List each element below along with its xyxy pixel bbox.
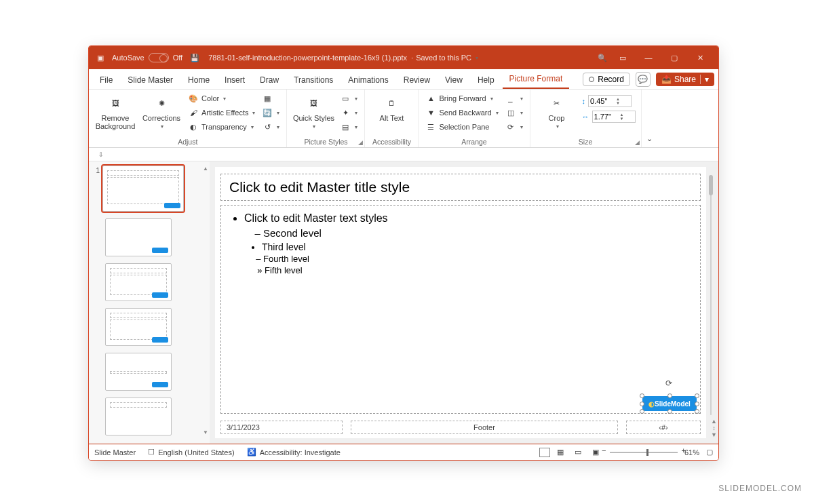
align-button[interactable]: ⎯▾: [504, 92, 524, 104]
bring-forward-button[interactable]: ▲Bring Forward▾: [424, 92, 499, 104]
change-picture-button[interactable]: 🔄▾: [260, 106, 281, 119]
group-label-size: Size: [536, 137, 636, 146]
resize-handle[interactable]: [640, 393, 644, 398]
footer-placeholder[interactable]: Footer: [351, 421, 618, 434]
dialog-launcher-icon[interactable]: ◢: [358, 139, 363, 146]
zoom-level[interactable]: 61%: [684, 448, 699, 457]
corrections-button[interactable]: ✺ Corrections▾: [140, 92, 182, 130]
tab-animations[interactable]: Animations: [341, 71, 395, 89]
document-title[interactable]: 7881-01-self-introduction-powerpoint-tem…: [208, 54, 407, 62]
workspace: 1: [89, 161, 718, 444]
zoom-slider[interactable]: [610, 452, 678, 453]
selection-pane-button[interactable]: ☰Selection Pane: [424, 121, 499, 133]
resize-handle[interactable]: [667, 409, 672, 414]
change-picture-icon: 🔄: [262, 107, 273, 118]
layout-thumb[interactable]: [105, 308, 172, 346]
tab-help[interactable]: Help: [471, 71, 501, 89]
tab-review[interactable]: Review: [397, 71, 437, 89]
master-slide-thumb[interactable]: [102, 166, 184, 212]
share-button[interactable]: 📤 Share▾: [656, 73, 714, 86]
title-placeholder[interactable]: Click to edit Master title style: [220, 174, 701, 201]
crop-button[interactable]: ✂ Crop▾: [536, 92, 578, 130]
slide-editor[interactable]: Click to edit Master title style Click t…: [210, 161, 718, 444]
minimize-button[interactable]: —: [636, 46, 661, 69]
thumbnail-scrollbar[interactable]: [201, 166, 210, 435]
tab-transitions[interactable]: Transitions: [287, 71, 340, 89]
resize-handle[interactable]: [695, 393, 699, 398]
rotation-handle-icon[interactable]: ⟳: [665, 379, 672, 388]
status-language[interactable]: ☐English (United States): [148, 448, 235, 457]
group-button[interactable]: ◫▾: [504, 106, 524, 119]
selected-picture[interactable]: ⟳ ◐ SlideModel: [642, 396, 697, 411]
reading-view-icon[interactable]: ▭: [575, 448, 585, 457]
transparency-button[interactable]: ◐Transparency▾: [187, 121, 256, 133]
comments-icon[interactable]: 💬: [636, 72, 651, 87]
picture-effects-button[interactable]: ✦▾: [338, 106, 359, 119]
slide-number-placeholder[interactable]: ‹#›: [626, 421, 701, 434]
tab-draw[interactable]: Draw: [253, 71, 286, 89]
layout-thumb[interactable]: [105, 218, 172, 256]
artistic-effects-button[interactable]: 🖌Artistic Effects▾: [187, 106, 256, 119]
body-placeholder[interactable]: Click to edit Master text styles Second …: [220, 205, 701, 414]
editor-scrollbar[interactable]: ▲↕▼: [709, 167, 717, 438]
picture-layout-button[interactable]: ▤▾: [338, 121, 359, 133]
layout-thumb[interactable]: [105, 398, 172, 435]
send-backward-button[interactable]: ▼Send Backward▾: [424, 106, 499, 119]
quick-styles-button[interactable]: 🖼 Quick Styles▾: [292, 92, 334, 130]
alt-text-button[interactable]: 🗒 Alt Text: [370, 92, 412, 122]
record-icon: [589, 77, 594, 82]
collapse-ribbon-button[interactable]: ⌄: [642, 90, 658, 147]
tab-insert[interactable]: Insert: [218, 71, 252, 89]
status-bar: Slide Master ☐English (United States) ♿A…: [89, 444, 718, 460]
color-button[interactable]: 🎨Color▾: [187, 92, 256, 104]
layout-thumb[interactable]: [105, 353, 172, 391]
date-placeholder[interactable]: 3/11/2023: [220, 421, 343, 434]
height-input[interactable]: ▲▼: [588, 95, 632, 107]
compress-icon: ▦: [262, 93, 273, 104]
tab-view[interactable]: View: [438, 71, 469, 89]
rotate-button[interactable]: ⟳▾: [504, 121, 524, 133]
search-icon[interactable]: 🔍: [595, 50, 610, 65]
thumbnail-pane[interactable]: 1: [89, 161, 210, 444]
resize-handle[interactable]: [695, 402, 699, 406]
layout-thumb[interactable]: [105, 263, 172, 301]
picture-border-button[interactable]: ▭▾: [338, 92, 359, 104]
resize-handle[interactable]: [640, 409, 644, 414]
language-icon: ☐: [148, 448, 155, 457]
reset-picture-button[interactable]: ↺▾: [260, 121, 281, 133]
tab-file[interactable]: File: [93, 71, 119, 89]
tab-picture-format[interactable]: Picture Format: [503, 70, 570, 89]
tab-home[interactable]: Home: [181, 71, 216, 89]
width-input[interactable]: ▲▼: [592, 111, 636, 123]
status-view[interactable]: Slide Master: [94, 448, 136, 457]
group-picture-styles: 🖼 Quick Styles▾ ▭▾ ✦▾ ▤▾ Picture Styles …: [287, 90, 365, 147]
remove-background-button[interactable]: 🖼 Remove Background: [94, 92, 136, 130]
maximize-button[interactable]: ▢: [661, 46, 687, 69]
ribbon-display-icon[interactable]: ▭: [610, 46, 636, 69]
powerpoint-icon: ▣: [94, 52, 106, 64]
group-adjust: 🖼 Remove Background ✺ Corrections▾ 🎨Colo…: [89, 90, 287, 147]
record-button[interactable]: Record: [583, 73, 630, 86]
save-icon[interactable]: 💾: [189, 52, 200, 63]
group-size: ✂ Crop▾ ↕ ▲▼ ↔ ▲▼ Size ◢: [530, 90, 642, 147]
resize-handle[interactable]: [667, 393, 672, 398]
send-backward-icon: ▼: [425, 107, 436, 118]
autosave-toggle[interactable]: AutoSave Off: [112, 53, 182, 62]
compress-pictures-button[interactable]: ▦: [260, 92, 281, 104]
status-accessibility[interactable]: ♿Accessibility: Investigate: [247, 448, 341, 457]
qat-customize-icon[interactable]: ⇩: [96, 151, 106, 158]
close-button[interactable]: ✕: [687, 46, 713, 69]
tab-slide-master[interactable]: Slide Master: [121, 71, 180, 89]
slide-canvas[interactable]: Click to edit Master title style Click t…: [215, 167, 706, 438]
alt-text-icon: 🗒: [382, 94, 401, 113]
resize-handle[interactable]: [695, 409, 699, 414]
save-status[interactable]: · Saved to this PC ▾: [411, 54, 478, 62]
normal-view-icon[interactable]: [539, 448, 550, 457]
dialog-launcher-icon[interactable]: ◢: [635, 139, 640, 146]
chevron-down-icon[interactable]: ▾: [700, 75, 709, 84]
resize-handle[interactable]: [640, 402, 644, 406]
fit-to-window-icon[interactable]: ▢: [706, 448, 713, 457]
group-label-arrange: Arrange: [424, 137, 524, 146]
sorter-view-icon[interactable]: ▦: [557, 448, 568, 457]
group-accessibility: 🗒 Alt Text Accessibility: [365, 90, 419, 147]
